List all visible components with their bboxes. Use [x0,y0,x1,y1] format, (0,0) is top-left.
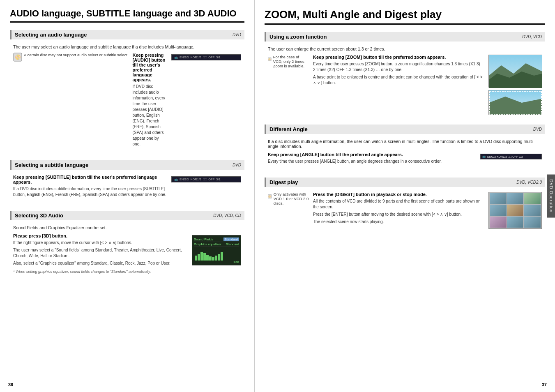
eq-display: Sound Fields Standard Graphics equalizer… [192,235,241,265]
angle-instruction-block: Keep pressing [ANGLE] button till the pr… [268,152,542,164]
zoom-landscape-svg [489,55,542,88]
eq-row1-label: Sound Fields [194,238,213,241]
left-page-title: AUDIO language, SUBTITLE language and 3D… [10,8,244,23]
angle-body: If a disc includes multi angle informati… [265,137,545,169]
3d-instruction-main: Please press [3D] button. If the right f… [13,233,188,266]
section-subtitle-language: Selecting a subtitle language DVD Keep p… [10,160,244,203]
zoom-image-bottom [488,90,542,115]
angle-osd-icon: 📺 [482,155,486,158]
angle-intro: If a disc includes multi angle informati… [268,139,542,149]
svg-text:📀: 📀 [268,195,271,198]
eq-bar-5 [206,255,209,261]
svg-text:📀: 📀 [268,58,271,61]
audio-language-header: Selecting an audio language DVD [10,30,244,39]
angle-tag: DVD [533,127,542,131]
digest-layout: 📀 Only activates with VCD 1.0 or VCD 2.0… [268,192,542,229]
zoom-instruction-text: Every time the user presses [ZOOM] butto… [313,61,484,73]
zoom-layout: 📀 For the case of VCD, only 2 times Zoom… [268,55,542,115]
digest-main-col: 📀 Only activates with VCD 1.0 or VCD 2.0… [268,192,484,229]
digest-cell-4 [490,205,507,216]
3d-instruction-text1: If the right figure appears, move the cu… [13,240,188,246]
3d-audio-intro: Sound Fields and Graphics Equalizer can … [13,225,241,230]
angle-osd-text: ENG/3 KOR1/3 [487,155,507,158]
digest-disc-icon: 📀 [268,192,272,201]
digest-cell-9 [524,217,541,228]
zoom-image-top [488,55,542,88]
angle-osd-container: 📺 ENG/3 KOR1/3 □□ OFF 1/2 [480,152,542,164]
subtitle-instruction-main: Keep pressing [SUBTITLE] button till the… [13,175,167,198]
zoom-instruction-text2: A base point to be enlarged is centre an… [313,74,484,86]
3d-instruction-block: Please press [3D] button. If the right f… [13,233,241,266]
digest-instruction-title: Press the [DIGEST] button in playback or… [313,192,484,197]
zoom-images [488,55,542,115]
eq-bar-3 [200,252,203,261]
zoom-disc-text: For the case of VCD, only 2 times Zoom i… [273,55,309,68]
zoom-disc-note: 📀 For the case of VCD, only 2 times Zoom… [268,55,309,86]
eq-bar-1 [195,256,197,261]
digest-instruction-main: Press the [DIGEST] button in playback or… [313,192,484,225]
page-number-right: 37 [542,382,547,387]
angle-instruction-text: Every time the user presses [ANGLE] butt… [268,159,476,164]
eq-bar-10 [221,252,223,261]
eq-db-label: +8dB [194,261,239,263]
digest-instruction-text2: Press the [ENTER] button after moving to… [313,212,484,217]
audio-disc-text: A certain disc may not support audio sel… [24,53,129,57]
angle-instruction-main: Keep pressing [ANGLE] button till the pr… [268,152,476,164]
digest-header: Digest play DVD, VCD2.0 [265,178,545,187]
audio-instruction-text: If DVD disc includes audio information, … [133,84,167,147]
eq-row-1: Sound Fields Standard [194,237,239,242]
eq-row1-value: Standard [223,238,239,241]
3d-audio-title: Selecting 3D Audio [15,212,63,219]
angle-osd-info: □□ OFF 1/2 [508,155,523,158]
left-page: AUDIO language, SUBTITLE language and 3D… [0,0,255,392]
digest-cell-1 [490,193,507,204]
zoom-disc-icon: 📀 [268,55,272,64]
eq-row-2: Graphics equalizer Standard [194,242,239,247]
digest-cell-7 [490,217,507,228]
eq-bar-7 [212,257,214,261]
audio-disc-note: 📀 A certain disc may not support audio s… [13,53,129,147]
dvd-operation-tab: DVD Operation [547,175,555,218]
angle-osd-bar: 📺 ENG/3 KOR1/3 □□ OFF 1/2 [480,154,542,159]
zoom-header: Using a zoom function DVD, VCD [265,32,545,42]
3d-instruction-text3: Also, select a "Graphics equalizer" amon… [13,261,188,266]
audio-language-body: The user may select an audio language an… [10,43,244,152]
subtitle-instruction-title: Keep pressing [SUBTITLE] button till the… [13,175,167,184]
digest-tag: DVD, VCD2.0 [516,180,542,184]
eq-bars [194,248,239,261]
eq-bar-6 [209,256,212,261]
zoom-title: Using a zoom function [269,34,327,40]
audio-language-tag: DVD [233,32,241,37]
3d-instruction-text2: The user may select a "Sound fields" amo… [13,247,188,259]
digest-cell-8 [507,217,524,228]
audio-language-title: Selecting an audio language [15,32,87,38]
eq-row2-value: Standard [226,242,239,246]
digest-cell-5 [507,205,524,216]
eq-screen-container: Sound Fields Standard Graphics equalizer… [192,233,241,266]
subtitle-language-body: Keep pressing [SUBTITLE] button till the… [10,173,244,203]
page-number-left: 36 [8,382,13,387]
eq-bar-9 [218,254,220,261]
angle-instruction-title: Keep pressing [ANGLE] button till the pr… [268,152,476,157]
disc-icon: 📀 [13,53,22,62]
digest-instruction-text1: All the contents of VCD are divided to 9… [313,198,484,210]
digest-grid-image [488,192,542,229]
subtitle-language-header: Selecting a subtitle language DVD [10,160,244,170]
subtitle-osd-bar: 📺ENG/3KOR1/3□□OFF5/1 [171,175,241,198]
svg-text:📀: 📀 [15,54,21,60]
zoom-instruction-title: Keep pressing [ZOOM] button till the pre… [313,55,484,60]
zoom-intro: The user can enlarge the current screen … [268,46,542,51]
zoom-zoomed-svg [489,90,542,115]
3d-audio-tag: DVD, VCD, CD [213,213,241,218]
angle-header: Different Angle DVD [265,125,545,134]
section-audio-language: Selecting an audio language DVD The user… [10,30,244,152]
section-angle: Different Angle DVD If a disc includes m… [265,125,545,169]
right-page-title: ZOOM, Multi Angle and Digest play [265,8,545,25]
digest-cell-6 [524,205,541,216]
section-digest: Digest play DVD, VCD2.0 📀 Only activates… [265,178,545,231]
digest-body: 📀 Only activates with VCD 1.0 or VCD 2.0… [265,190,545,231]
digest-images [488,192,542,229]
manual-spread: AUDIO language, SUBTITLE language and 3D… [0,0,555,392]
section-zoom: Using a zoom function DVD, VCD The user … [265,32,545,116]
3d-footnote: * When setting graphics equalizer, sound… [13,270,241,274]
